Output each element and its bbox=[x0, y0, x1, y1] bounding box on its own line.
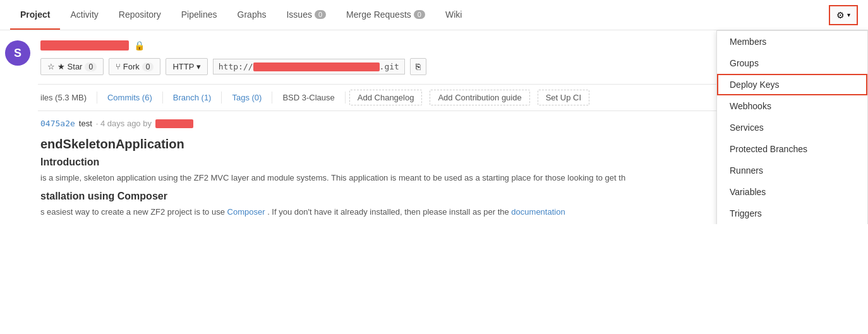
nav-tab-wiki[interactable]: Wiki bbox=[435, 0, 472, 30]
commit-author-redacted bbox=[155, 119, 193, 128]
avatar: S bbox=[5, 40, 30, 66]
nav-tab-activity[interactable]: Activity bbox=[60, 0, 108, 30]
fork-count: 0 bbox=[142, 63, 154, 71]
fork-label: ⑂ Fork bbox=[116, 62, 140, 71]
documentation-link[interactable]: documentation bbox=[511, 207, 565, 217]
dropdown-item-deploy-keys[interactable]: Deploy Keys bbox=[717, 74, 867, 95]
dropdown-item-variables[interactable]: Variables bbox=[717, 181, 867, 203]
tags-stat[interactable]: Tags (0) bbox=[222, 92, 272, 104]
lock-icon: 🔒 bbox=[134, 40, 145, 51]
http-label: HTTP ▾ bbox=[172, 62, 200, 71]
files-stat: iles (5.3 MB) bbox=[38, 92, 97, 104]
star-label: ★ Star bbox=[57, 62, 82, 71]
nav-tab-pipelines[interactable]: Pipelines bbox=[171, 0, 227, 30]
dropdown-item-triggers[interactable]: Triggers bbox=[717, 203, 867, 224]
star-icon: ☆ bbox=[47, 62, 55, 71]
commits-stat[interactable]: Commits (6) bbox=[97, 92, 163, 104]
project-name-redacted bbox=[40, 40, 129, 51]
url-prefix: http:// bbox=[219, 62, 253, 71]
license-stat: BSD 3-Clause bbox=[272, 92, 345, 104]
star-button[interactable]: ☆ ★ Star 0 bbox=[40, 58, 104, 75]
copy-url-button[interactable]: ⎘ bbox=[410, 58, 426, 75]
commit-meta: · 4 days ago by bbox=[96, 119, 152, 128]
nav-badge: 0 bbox=[315, 10, 326, 19]
nav-badge: 0 bbox=[414, 10, 425, 19]
dropdown-item-members[interactable]: Members bbox=[717, 31, 867, 52]
fork-button[interactable]: ⑂ Fork 0 bbox=[109, 58, 160, 75]
dropdown-item-webhooks[interactable]: Webhooks bbox=[717, 95, 867, 117]
gear-icon: ⚙ bbox=[836, 10, 845, 20]
commit-hash[interactable]: 0475a2e bbox=[40, 119, 75, 128]
add-contribution-button[interactable]: Add Contribution guide bbox=[430, 90, 529, 105]
set-up-ci-button[interactable]: Set Up CI bbox=[538, 90, 589, 105]
dropdown-item-runners[interactable]: Runners bbox=[717, 160, 867, 181]
caret-icon: ▾ bbox=[847, 11, 850, 18]
branch-stat[interactable]: Branch (1) bbox=[163, 92, 222, 104]
dropdown-item-protected-branches[interactable]: Protected Branches bbox=[717, 138, 867, 160]
dropdown-item-services[interactable]: Services bbox=[717, 117, 867, 138]
nav-tab-issues[interactable]: Issues0 bbox=[276, 0, 336, 30]
http-selector[interactable]: HTTP ▾ bbox=[166, 58, 207, 75]
dropdown-item-groups[interactable]: Groups bbox=[717, 52, 867, 74]
url-redacted bbox=[253, 63, 380, 71]
gear-settings-button[interactable]: ⚙ ▾ bbox=[829, 5, 858, 25]
add-changelog-button[interactable]: Add Changelog bbox=[349, 90, 423, 105]
repo-url-container: http:// .git bbox=[213, 59, 405, 75]
nav-tab-project[interactable]: Project bbox=[10, 0, 60, 30]
commit-message: test bbox=[79, 119, 92, 128]
nav-tabs: ProjectActivityRepositoryPipelinesGraphs… bbox=[10, 0, 472, 30]
copy-icon: ⎘ bbox=[416, 62, 421, 71]
nav-tab-graphs[interactable]: Graphs bbox=[227, 0, 277, 30]
nav-tab-merge-requests[interactable]: Merge Requests0 bbox=[336, 0, 435, 30]
url-suffix: .git bbox=[380, 62, 399, 71]
top-navigation: ProjectActivityRepositoryPipelinesGraphs… bbox=[0, 0, 868, 30]
sidebar: S bbox=[0, 30, 38, 224]
nav-tab-repository[interactable]: Repository bbox=[109, 0, 171, 30]
settings-dropdown: MembersGroupsDeploy KeysWebhooksServices… bbox=[716, 30, 868, 224]
star-count: 0 bbox=[85, 63, 97, 71]
composer-link[interactable]: Composer bbox=[227, 207, 265, 217]
